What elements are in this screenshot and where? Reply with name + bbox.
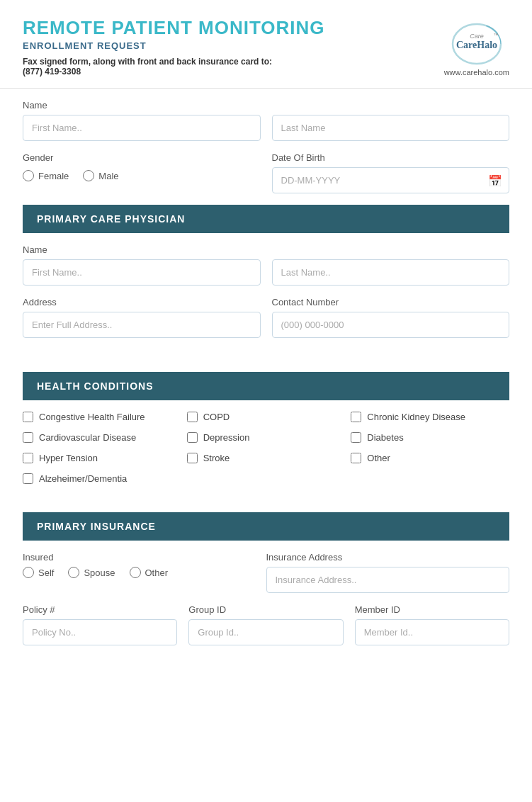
- insured-self-label: Self: [38, 567, 54, 578]
- group-input[interactable]: [188, 619, 343, 645]
- svg-text:™: ™: [493, 33, 498, 38]
- insured-row: Insured Self Spouse Other Insurance Addr…: [23, 552, 509, 593]
- condition-congestive-health-failure[interactable]: Congestive Health Failure: [23, 412, 181, 422]
- physician-first-name-col: [23, 259, 261, 286]
- physician-last-name-input[interactable]: [272, 259, 510, 286]
- logo-area: Care CareHalo ™ www.carehalo.com: [444, 17, 509, 77]
- insured-spouse-label: Spouse: [84, 567, 115, 578]
- checkbox-alzeheimer-dementia[interactable]: [23, 473, 33, 484]
- dob-col: Date Of Birth 📅: [272, 152, 510, 193]
- insured-spouse-option[interactable]: Spouse: [68, 567, 115, 578]
- gender-female-option[interactable]: Female: [23, 170, 69, 181]
- condition-diabetes[interactable]: Diabetes: [351, 432, 509, 443]
- gender-female-label: Female: [38, 171, 69, 181]
- policy-label: Policy #: [23, 604, 177, 615]
- gender-radio-group: Female Male: [23, 170, 261, 181]
- condition-cardiovascular-disease[interactable]: Cardiovascular Disease: [23, 432, 181, 443]
- gender-male-label: Male: [98, 171, 118, 181]
- physician-address-contact-row: Address Contact Number: [23, 297, 509, 338]
- physician-address-col: Address: [23, 297, 261, 338]
- physician-contact-col: Contact Number: [272, 297, 510, 338]
- condition-copd[interactable]: COPD: [187, 412, 346, 422]
- policy-row: Policy # Group ID Member ID: [23, 604, 509, 645]
- gender-female-radio[interactable]: [23, 170, 34, 181]
- gender-male-option[interactable]: Male: [83, 170, 118, 181]
- gender-label: Gender: [23, 152, 261, 163]
- insurance-section-header: PRIMARY INSURANCE: [23, 512, 509, 541]
- insured-spouse-radio[interactable]: [68, 567, 79, 578]
- patient-first-name-col: [23, 115, 261, 141]
- patient-name-row: [23, 115, 509, 141]
- dob-wrapper: 📅: [272, 167, 510, 193]
- svg-text:Care: Care: [470, 33, 484, 40]
- header-left: REMOTE PATIENT MONITORING ENROLLMENT REQ…: [23, 17, 325, 77]
- patient-first-name-input[interactable]: [23, 115, 261, 141]
- patient-name-section: Name Gender Female Male Date Of Bir: [0, 89, 532, 193]
- physician-first-name-input[interactable]: [23, 259, 261, 286]
- patient-last-name-input[interactable]: [272, 115, 510, 141]
- condition-depression[interactable]: Depression: [187, 432, 346, 443]
- insurance-address-input[interactable]: [266, 567, 510, 593]
- physician-name-label: Name: [23, 244, 509, 255]
- member-label: Member ID: [355, 604, 509, 615]
- checkbox-depression[interactable]: [187, 432, 198, 443]
- checkbox-congestive-health-failure[interactable]: [23, 412, 33, 422]
- physician-name-row: [23, 259, 509, 286]
- physician-address-label: Address: [23, 297, 261, 307]
- insured-left: Insured Self Spouse Other: [23, 552, 266, 593]
- insured-radio-group: Self Spouse Other: [23, 567, 266, 578]
- physician-section: Name Address Contact Number: [0, 233, 532, 361]
- calendar-icon: 📅: [488, 174, 502, 187]
- condition-hyper-tension[interactable]: Hyper Tension: [23, 453, 181, 463]
- checkbox-copd[interactable]: [187, 412, 198, 422]
- insured-right: Insurance Address: [266, 552, 510, 593]
- page-subtitle: ENROLLMENT REQUEST: [23, 40, 325, 51]
- gender-dob-row: Gender Female Male Date Of Birth 📅: [23, 152, 509, 193]
- physician-contact-input[interactable]: [272, 312, 510, 338]
- policy-input[interactable]: [23, 619, 177, 645]
- insured-other-label: Other: [145, 567, 169, 578]
- insurance-section: Insured Self Spouse Other Insurance Addr…: [0, 541, 532, 657]
- condition-other[interactable]: Other: [351, 453, 509, 463]
- group-col: Group ID: [188, 604, 343, 645]
- insured-label: Insured: [23, 552, 266, 563]
- page-header: REMOTE PATIENT MONITORING ENROLLMENT REQ…: [0, 0, 532, 88]
- insured-other-radio[interactable]: [130, 567, 141, 578]
- physician-last-name-col: [272, 259, 510, 286]
- group-label: Group ID: [188, 604, 343, 615]
- checkbox-hyper-tension[interactable]: [23, 453, 33, 463]
- member-input[interactable]: [355, 619, 509, 645]
- dob-label: Date Of Birth: [272, 152, 510, 163]
- condition-alzeheimer-dementia[interactable]: Alzeheimer/Dementia: [23, 473, 181, 484]
- patient-last-name-col: [272, 115, 510, 141]
- fax-info: Fax signed form, along with front and ba…: [23, 57, 325, 77]
- physician-contact-label: Contact Number: [272, 297, 510, 307]
- physician-section-header: PRIMARY CARE PHYSICIAN: [23, 205, 509, 233]
- condition-stroke[interactable]: Stroke: [187, 453, 346, 463]
- checkbox-stroke[interactable]: [187, 453, 198, 463]
- health-section-header: HEALTH CONDITIONS: [23, 372, 509, 400]
- physician-address-input[interactable]: [23, 312, 261, 338]
- condition-chronic-kidney-disease[interactable]: Chronic Kidney Disease: [351, 412, 509, 422]
- health-conditions-grid: Congestive Health Failure COPD Chronic K…: [0, 400, 532, 501]
- insured-self-radio[interactable]: [23, 567, 34, 578]
- checkbox-other[interactable]: [351, 453, 361, 463]
- checkbox-diabetes[interactable]: [351, 432, 361, 443]
- dob-input[interactable]: [272, 167, 510, 193]
- svg-text:CareHalo: CareHalo: [456, 40, 497, 50]
- name-label: Name: [23, 100, 509, 111]
- insurance-address-label: Insurance Address: [266, 552, 510, 563]
- gender-male-radio[interactable]: [83, 170, 94, 181]
- policy-col: Policy #: [23, 604, 177, 645]
- member-col: Member ID: [355, 604, 509, 645]
- checkbox-chronic-kidney-disease[interactable]: [351, 412, 361, 422]
- website-url: www.carehalo.com: [444, 68, 509, 77]
- insured-self-option[interactable]: Self: [23, 567, 54, 578]
- checkbox-cardiovascular-disease[interactable]: [23, 432, 33, 443]
- gender-col: Gender Female Male: [23, 152, 261, 193]
- page-title: REMOTE PATIENT MONITORING: [23, 17, 325, 39]
- insured-other-option[interactable]: Other: [130, 567, 169, 578]
- carehalo-logo: Care CareHalo ™: [445, 17, 509, 67]
